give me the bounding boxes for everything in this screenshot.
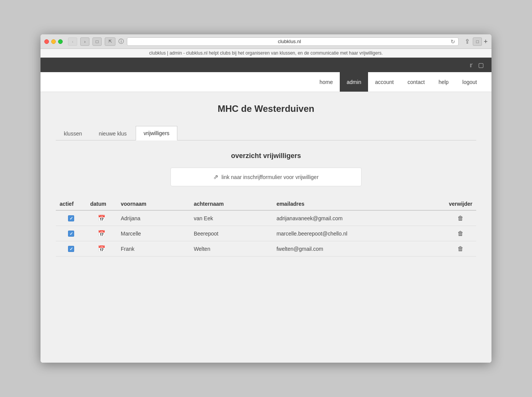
- new-tab-view-button[interactable]: □: [473, 37, 482, 46]
- delete-button-1[interactable]: 🗑: [457, 230, 464, 237]
- cell-verwijder-2: 🗑: [445, 241, 476, 257]
- delete-button-2[interactable]: 🗑: [457, 245, 464, 252]
- cell-achternaam-2: Welten: [190, 241, 273, 257]
- calendar-icon-0[interactable]: 📅: [98, 215, 105, 221]
- external-link-icon: ⇗: [213, 173, 218, 181]
- instagram-icon[interactable]: ▢: [478, 61, 484, 69]
- calendar-icon-1[interactable]: 📅: [98, 230, 105, 237]
- nav-account[interactable]: account: [368, 72, 401, 92]
- traffic-lights: [44, 39, 63, 44]
- nav-logout[interactable]: logout: [456, 72, 484, 92]
- main-nav: home admin account contact help logout: [41, 72, 491, 92]
- col-header-voornaam: voornaam: [117, 198, 190, 210]
- col-header-verwijder: verwijder: [445, 198, 476, 210]
- cell-emailadres-2: fwelten@gmail.com: [272, 241, 445, 257]
- col-header-actief: actief: [56, 198, 86, 210]
- reload-button[interactable]: ↻: [451, 39, 455, 45]
- top-nav-bar: 𝕣 ▢: [41, 58, 491, 72]
- nav-admin[interactable]: admin: [340, 72, 368, 92]
- tabs: klussen nieuwe klus vrijwilligers: [56, 126, 476, 140]
- nav-contact[interactable]: contact: [401, 72, 431, 92]
- share-button[interactable]: ⇪: [463, 38, 471, 45]
- table-row: 📅 Marcelle Beerepoot marcelle.beerepoot@…: [56, 226, 476, 241]
- cell-voornaam-1: Marcelle: [117, 226, 190, 241]
- url-bar[interactable]: clubklus.nl ↻: [127, 37, 459, 46]
- new-tab-button[interactable]: +: [483, 38, 488, 45]
- cell-achternaam-0: van Eek: [190, 210, 273, 226]
- volunteers-table: actief datum voornaam achternaam emailad…: [56, 198, 476, 257]
- col-header-achternaam: achternaam: [190, 198, 273, 210]
- forward-button[interactable]: ›: [80, 37, 89, 46]
- cell-actief-2: [56, 241, 86, 257]
- link-box-text: link naar inschrijfformulier voor vrijwi…: [221, 174, 318, 180]
- cell-emailadres-0: adrijanavaneek@gmail.com: [272, 210, 445, 226]
- delete-button-0[interactable]: 🗑: [457, 215, 464, 221]
- col-header-datum: datum: [86, 198, 117, 210]
- cell-datum-0: 📅: [86, 210, 117, 226]
- title-bar: ‹ › □ ⇱ ⓘ clubklus.nl ↻ ⇪ □ +: [41, 34, 491, 49]
- checkbox-actief-0[interactable]: [68, 215, 74, 221]
- tab-overview-button[interactable]: □: [92, 37, 102, 46]
- table-row: 📅 Adrijana van Eek adrijanavaneek@gmail.…: [56, 210, 476, 226]
- nav-help[interactable]: help: [431, 72, 455, 92]
- cell-actief-0: [56, 210, 86, 226]
- cell-datum-2: 📅: [86, 241, 117, 257]
- cell-voornaam-0: Adrijana: [117, 210, 190, 226]
- checkbox-actief-2[interactable]: [68, 246, 74, 252]
- tab-vrijwilligers[interactable]: vrijwilligers: [136, 126, 178, 140]
- nav-home[interactable]: home: [313, 72, 340, 92]
- info-button[interactable]: ⓘ: [118, 38, 124, 45]
- link-box[interactable]: ⇗ link naar inschrijfformulier voor vrij…: [170, 168, 362, 186]
- info-bar-text: clubklus | admin - clubklus.nl helpt clu…: [149, 50, 383, 56]
- calendar-icon-2[interactable]: 📅: [98, 245, 105, 252]
- page-title: MHC de Westerduiven: [56, 103, 476, 114]
- tab-klussen[interactable]: klussen: [56, 126, 90, 140]
- twitter-icon[interactable]: 𝕣: [470, 61, 473, 69]
- cell-verwijder-0: 🗑: [445, 210, 476, 226]
- close-button[interactable]: [44, 39, 49, 44]
- col-header-emailadres: emailadres: [272, 198, 445, 210]
- checkbox-actief-1[interactable]: [68, 231, 74, 237]
- cell-emailadres-1: marcelle.beerepoot@chello.nl: [272, 226, 445, 241]
- right-controls: ⇪ □ +: [463, 37, 488, 46]
- table-row: 📅 Frank Welten fwelten@gmail.com 🗑: [56, 241, 476, 257]
- minimize-button[interactable]: [51, 39, 56, 44]
- cell-datum-1: 📅: [86, 226, 117, 241]
- tab-nieuwe-klus[interactable]: nieuwe klus: [91, 126, 135, 140]
- info-bar: clubklus | admin - clubklus.nl helpt clu…: [41, 49, 491, 58]
- section-heading: overzicht vrijwilligers: [56, 152, 476, 160]
- page-content: MHC de Westerduiven klussen nieuwe klus …: [41, 92, 491, 363]
- cell-actief-1: [56, 226, 86, 241]
- url-text: clubklus.nl: [130, 39, 448, 44]
- cell-verwijder-1: 🗑: [445, 226, 476, 241]
- table-header-row: actief datum voornaam achternaam emailad…: [56, 198, 476, 210]
- browser-window: ‹ › □ ⇱ ⓘ clubklus.nl ↻ ⇪ □ + clubklus |…: [41, 34, 491, 363]
- fullscreen-icon-button[interactable]: ⇱: [105, 37, 115, 46]
- cell-voornaam-2: Frank: [117, 241, 190, 257]
- cell-achternaam-1: Beerepoot: [190, 226, 273, 241]
- back-button[interactable]: ‹: [68, 37, 77, 46]
- fullscreen-button[interactable]: [58, 39, 63, 44]
